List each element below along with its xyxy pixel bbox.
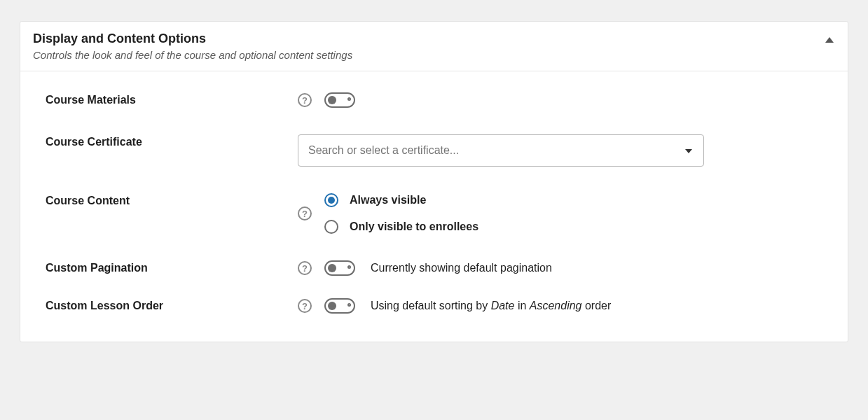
course-materials-toggle[interactable] bbox=[324, 92, 355, 108]
field-course-materials: Course Materials ? bbox=[46, 92, 822, 108]
custom-lesson-order-controls: ? Using default sorting by Date in Ascen… bbox=[298, 298, 822, 314]
field-custom-lesson-order: Custom Lesson Order ? Using default sort… bbox=[46, 298, 822, 314]
custom-pagination-toggle[interactable] bbox=[324, 260, 355, 276]
radio-always-visible[interactable]: Always visible bbox=[324, 193, 478, 207]
help-icon[interactable]: ? bbox=[298, 299, 312, 313]
course-certificate-controls: Search or select a certificate... bbox=[298, 134, 822, 167]
custom-lesson-order-label: Custom Lesson Order bbox=[46, 298, 298, 312]
panel-subtitle: Controls the look and feel of the course… bbox=[33, 49, 835, 61]
radio-only-enrollees[interactable]: Only visible to enrollees bbox=[324, 220, 478, 234]
help-icon[interactable]: ? bbox=[298, 261, 312, 275]
display-content-options-panel: Display and Content Options Controls the… bbox=[20, 21, 848, 342]
certificate-select-placeholder: Search or select a certificate... bbox=[308, 144, 459, 157]
panel-title: Display and Content Options bbox=[33, 31, 835, 46]
field-custom-pagination: Custom Pagination ? Currently showing de… bbox=[46, 260, 822, 276]
course-content-controls: ? Always visible Only visible to enrolle… bbox=[298, 193, 822, 234]
course-materials-label: Course Materials bbox=[46, 92, 298, 106]
toggle-knob bbox=[328, 264, 336, 272]
help-icon[interactable]: ? bbox=[298, 206, 312, 220]
toggle-dot bbox=[347, 97, 351, 101]
course-content-label: Course Content bbox=[46, 193, 298, 207]
course-materials-controls: ? bbox=[298, 92, 822, 108]
custom-lesson-order-toggle[interactable] bbox=[324, 298, 355, 314]
custom-pagination-controls: ? Currently showing default pagination bbox=[298, 260, 822, 276]
collapse-toggle-icon[interactable] bbox=[825, 37, 834, 43]
custom-pagination-status: Currently showing default pagination bbox=[371, 262, 552, 274]
radio-icon bbox=[324, 220, 338, 234]
field-course-content: Course Content ? Always visible Only vis… bbox=[46, 193, 822, 234]
course-content-radio-group: Always visible Only visible to enrollees bbox=[324, 193, 478, 234]
custom-pagination-label: Custom Pagination bbox=[46, 260, 298, 274]
toggle-knob bbox=[328, 96, 336, 104]
toggle-dot bbox=[347, 265, 351, 269]
panel-header: Display and Content Options Controls the… bbox=[20, 22, 848, 71]
radio-icon bbox=[324, 193, 338, 207]
custom-lesson-order-status: Using default sorting by Date in Ascendi… bbox=[371, 300, 611, 312]
panel-body: Course Materials ? Course Certificate Se… bbox=[20, 71, 848, 342]
radio-label-always-visible: Always visible bbox=[350, 194, 426, 206]
toggle-knob bbox=[328, 302, 336, 310]
help-icon[interactable]: ? bbox=[298, 93, 312, 107]
course-certificate-label: Course Certificate bbox=[46, 134, 298, 148]
toggle-dot bbox=[347, 303, 351, 307]
chevron-down-icon bbox=[685, 149, 692, 153]
radio-label-only-enrollees: Only visible to enrollees bbox=[350, 220, 478, 233]
certificate-select[interactable]: Search or select a certificate... bbox=[298, 134, 704, 167]
field-course-certificate: Course Certificate Search or select a ce… bbox=[46, 134, 822, 167]
